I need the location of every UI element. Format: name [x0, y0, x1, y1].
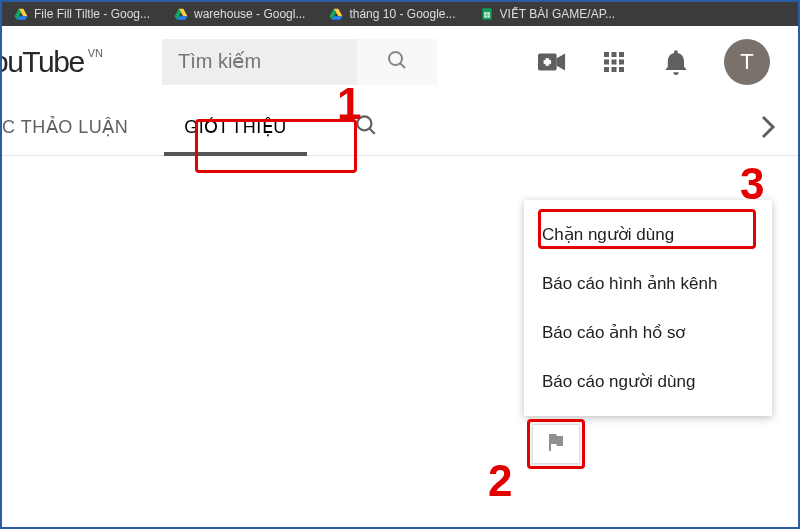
menu-item-report-channel-art[interactable]: Báo cáo hình ảnh kênh	[524, 259, 772, 308]
svg-rect-23	[604, 59, 609, 64]
svg-rect-21	[612, 52, 617, 57]
menu-item-label: Chặn người dùng	[542, 225, 674, 244]
menu-item-label: Báo cáo hình ảnh kênh	[542, 274, 717, 293]
header-actions: T	[538, 39, 778, 85]
svg-rect-25	[619, 59, 624, 64]
annotation-number-2: 2	[488, 456, 512, 506]
avatar-initial: T	[740, 49, 753, 75]
menu-item-report-user[interactable]: Báo cáo người dùng	[524, 357, 772, 406]
svg-point-14	[389, 52, 402, 65]
menu-item-label: Báo cáo người dùng	[542, 372, 695, 391]
svg-rect-19	[544, 60, 551, 64]
tab-discussion[interactable]: C THẢO LUẬN	[2, 98, 148, 155]
browser-tab[interactable]: tháng 10 - Google...	[321, 2, 463, 26]
browser-tab-label: File Fill Tiltle - Goog...	[34, 7, 150, 21]
svg-marker-17	[557, 53, 565, 70]
browser-tab-label: warehouse - Googl...	[194, 7, 305, 21]
search-icon	[385, 48, 409, 75]
flag-report-button[interactable]	[532, 424, 580, 464]
chevron-right-icon[interactable]	[748, 113, 788, 141]
svg-rect-20	[604, 52, 609, 57]
svg-rect-24	[612, 59, 617, 64]
channel-search-icon[interactable]	[353, 112, 379, 142]
youtube-header: ouTube VN T	[2, 26, 798, 98]
menu-item-block-user[interactable]: Chặn người dùng	[524, 210, 772, 259]
menu-item-label: Báo cáo ảnh hồ sơ	[542, 323, 685, 342]
tab-label: GIỚI THIỆU	[184, 116, 287, 138]
tab-label: C THẢO LUẬN	[2, 116, 128, 138]
notifications-bell-icon[interactable]	[662, 48, 690, 76]
flag-icon	[544, 430, 568, 458]
svg-rect-27	[612, 67, 617, 72]
browser-tab[interactable]: VIẾT BÀI GAME/AP...	[472, 2, 624, 26]
browser-tab-label: tháng 10 - Google...	[349, 7, 455, 21]
avatar[interactable]: T	[724, 39, 770, 85]
tab-about[interactable]: GIỚI THIỆU	[164, 98, 307, 155]
flag-context-menu: Chặn người dùng Báo cáo hình ảnh kênh Bá…	[524, 200, 772, 416]
browser-tab[interactable]: warehouse - Googl...	[166, 2, 313, 26]
browser-tab-strip: File Fill Tiltle - Goog... warehouse - G…	[2, 2, 798, 26]
svg-rect-26	[604, 67, 609, 72]
svg-line-15	[400, 63, 405, 68]
svg-rect-28	[619, 67, 624, 72]
youtube-logo[interactable]: ouTube VN	[2, 45, 162, 79]
svg-rect-22	[619, 52, 624, 57]
google-drive-icon	[174, 7, 188, 21]
create-video-icon[interactable]	[538, 48, 566, 76]
search-input[interactable]	[162, 39, 357, 85]
search-button[interactable]	[357, 39, 437, 85]
logo-text: ouTube	[0, 45, 84, 79]
svg-line-30	[369, 128, 374, 133]
apps-grid-icon[interactable]	[600, 48, 628, 76]
search-area	[162, 39, 437, 85]
google-drive-icon	[14, 7, 28, 21]
channel-tab-bar: C THẢO LUẬN GIỚI THIỆU	[2, 98, 798, 156]
logo-country: VN	[88, 47, 103, 59]
svg-point-29	[357, 116, 371, 130]
browser-tab-label: VIẾT BÀI GAME/AP...	[500, 7, 616, 21]
google-sheets-icon	[480, 7, 494, 21]
google-drive-icon	[329, 7, 343, 21]
browser-tab[interactable]: File Fill Tiltle - Goog...	[6, 2, 158, 26]
menu-item-report-profile-photo[interactable]: Báo cáo ảnh hồ sơ	[524, 308, 772, 357]
